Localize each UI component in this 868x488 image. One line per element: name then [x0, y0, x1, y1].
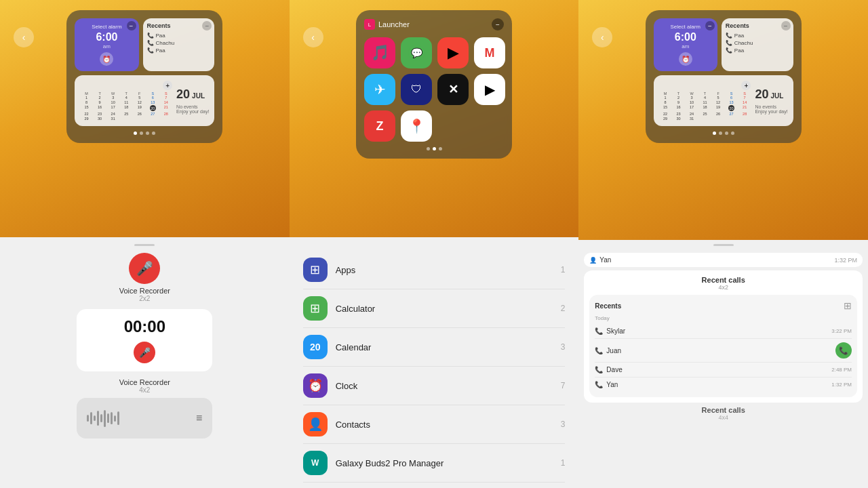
app-beta[interactable]: 🛡 [401, 74, 432, 105]
voice-recorder-section: 🎤 Voice Recorder 2x2 00:00 🎤 Voice Recor… [7, 253, 283, 439]
right-calendar-info: 20 JUL No events Enjoy your day! [755, 81, 787, 121]
recent-item-3[interactable]: 📞 Paa [147, 47, 211, 54]
app-list-item-clock[interactable]: ⏰ Clock 7 [303, 367, 566, 405]
call-time-skylar: 3:22 PM [831, 328, 852, 334]
recent-item-2[interactable]: 📞 Chachu [147, 39, 211, 47]
app-youtube[interactable]: ▶ [437, 37, 469, 68]
right-recent-name-2: Chachu [734, 40, 753, 46]
call-left-juan: 📞 Juan [595, 347, 621, 354]
right-alarm-remove-btn[interactable]: − [705, 21, 715, 30]
recent-name-3: Paa [156, 47, 165, 54]
app-telegram[interactable]: ✈ [364, 74, 395, 105]
alarm-widget[interactable]: − Select alarm 6:00 am ⏰ [75, 18, 138, 71]
alarm-ampm: am [103, 43, 111, 49]
app-list-item-galaxy-buds[interactable]: W Galaxy Buds2 Pro Manager 1 [303, 444, 566, 483]
wave-bar [107, 413, 109, 423]
dot-2 [719, 131, 722, 135]
call-name-yan: Yan [606, 381, 618, 388]
app-list-item-apps[interactable]: ⊞ Apps 1 [303, 251, 566, 289]
app-list-item-calculator[interactable]: ⊞ Calculator 2 [303, 289, 566, 328]
app-list-item-calendar[interactable]: 20 Calendar 3 [303, 328, 566, 367]
launcher-label: Launcher [378, 20, 410, 28]
middle-dots-row [364, 147, 504, 150]
right-recent-item-2[interactable]: 📞 Chachu [726, 39, 789, 47]
dots-row [75, 131, 214, 135]
right-alarm-recents-widget: − Select alarm 6:00 am ⏰ − Recents 📞 Paa [654, 18, 793, 71]
right-no-events: No events [755, 104, 787, 109]
right-alarm-time: 6:00 [675, 31, 696, 43]
bottom-recent-calls-label: Recent calls [702, 406, 745, 414]
phone-icon: 📞 [726, 40, 732, 46]
svg-text:💬: 💬 [411, 47, 423, 59]
left-panel-bottom: 🎤 Voice Recorder 2x2 00:00 🎤 Voice Recor… [0, 237, 290, 488]
app-gmail[interactable]: M [474, 37, 505, 68]
right-recent-item-3[interactable]: 📞 Paa [726, 47, 789, 54]
call-left-yan: 📞 Yan [595, 381, 618, 388]
dot-4 [152, 131, 155, 135]
alarm-recents-widget: − Select alarm 6:00 am ⏰ − Recents 📞 Paa [75, 18, 214, 71]
timer-display: 00:00 [124, 317, 165, 336]
right-recent-item-1[interactable]: 📞 Paa [726, 32, 789, 39]
app-whatsapp[interactable]: 💬 [401, 37, 432, 68]
calculator-icon: ⊞ [303, 296, 328, 321]
app-list-left: ⊞ Apps [303, 258, 356, 282]
right-alarm-clock-icon: ⏰ [679, 52, 692, 66]
right-cal-add-btn[interactable]: + [741, 81, 751, 90]
recent-item-1[interactable]: 📞 Paa [147, 32, 211, 39]
call-row-skylar[interactable]: 📞 Skylar 3:22 PM [595, 324, 852, 339]
drag-handle[interactable] [134, 244, 155, 246]
right-alarm-ampm: am [682, 43, 689, 49]
mic-button-small[interactable]: 🎤 [134, 342, 155, 363]
app-list-left: ⊞ Calculator [303, 296, 376, 321]
launcher-title: L Launcher [364, 19, 410, 30]
right-cal-date-big: 20 [755, 87, 768, 102]
app-list-left: W Galaxy Buds2 Pro Manager [303, 451, 444, 475]
app-maps[interactable]: 📍 [401, 110, 432, 142]
dot-1 [427, 147, 430, 150]
cal-add-btn[interactable]: + [163, 81, 172, 90]
app-grid: 🎵 💬 ▶ M ✈ 🛡 [364, 37, 504, 142]
app-playstore[interactable]: ▶ [474, 74, 505, 105]
mic-button-large[interactable]: 🎤 [129, 253, 160, 284]
phone-icon: 📞 [726, 33, 732, 39]
right-recent-name-3: Paa [734, 47, 744, 54]
phone-icon: 📞 [147, 40, 154, 46]
call-row-yan[interactable]: 📞 Yan 1:32 PM [595, 378, 852, 392]
left-back-button[interactable]: ‹ [14, 27, 34, 47]
right-select-alarm-label: Select alarm [671, 24, 701, 30]
middle-back-button[interactable]: ‹ [303, 27, 323, 47]
call-time-yan: 1:32 PM [831, 382, 852, 388]
drag-handle-right[interactable] [713, 244, 734, 246]
app-x[interactable]: ✕ [437, 74, 469, 105]
call-left-skylar: 📞 Skylar [595, 327, 625, 335]
right-recents-title: Recents [726, 22, 789, 29]
right-recents-remove-btn[interactable]: − [781, 21, 791, 30]
alarm-remove-btn[interactable]: − [127, 21, 136, 30]
alarm-time: 6:00 [96, 31, 117, 43]
middle-panel-bottom: ⊞ Apps 1 ⊞ Calculator 2 [290, 237, 579, 488]
recents-remove-btn[interactable]: − [202, 21, 212, 30]
green-call-button-juan[interactable]: 📞 [835, 342, 852, 359]
app-name-calendar: Calendar [336, 342, 372, 352]
voice-recorder-label-1: Voice Recorder [119, 287, 170, 295]
recents-card: Recents ⊞ Today 📞 Skylar 3:22 PM 📞 [589, 295, 857, 397]
left-phone-frame: − Select alarm 6:00 am ⏰ − Recents 📞 Paa [66, 10, 222, 143]
cal-header: + [80, 81, 172, 90]
cal-today: 20 [150, 105, 156, 111]
call-row-juan[interactable]: 📞 Juan 📞 [595, 339, 852, 363]
app-music[interactable]: 🎵 [364, 37, 395, 68]
phone-icon-skylar: 📞 [595, 327, 603, 335]
cal-date-big: 20 [176, 87, 190, 102]
call-row-dave[interactable]: 📞 Dave 2:48 PM [595, 363, 852, 378]
alarm-clock-icon: ⏰ [100, 52, 113, 66]
right-alarm-widget[interactable]: − Select alarm 6:00 am ⏰ [654, 18, 717, 71]
calendar-grid: + MTWTFSS 1234567 891011121314 151617181… [80, 81, 172, 121]
right-phone-frame: − Select alarm 6:00 am ⏰ − Recents 📞 Paa [646, 10, 802, 143]
app-zomato[interactable]: Z [364, 110, 395, 142]
launcher-close-btn[interactable]: − [492, 18, 504, 30]
app-list-item-contacts[interactable]: 👤 Contacts 3 [303, 405, 566, 444]
phone-icon: 📞 [147, 47, 154, 54]
right-panel: ‹ − Select alarm 6:00 am ⏰ − Recents [578, 0, 868, 488]
no-events: No events [176, 104, 209, 109]
phone-icon-yan: 📞 [595, 381, 603, 388]
